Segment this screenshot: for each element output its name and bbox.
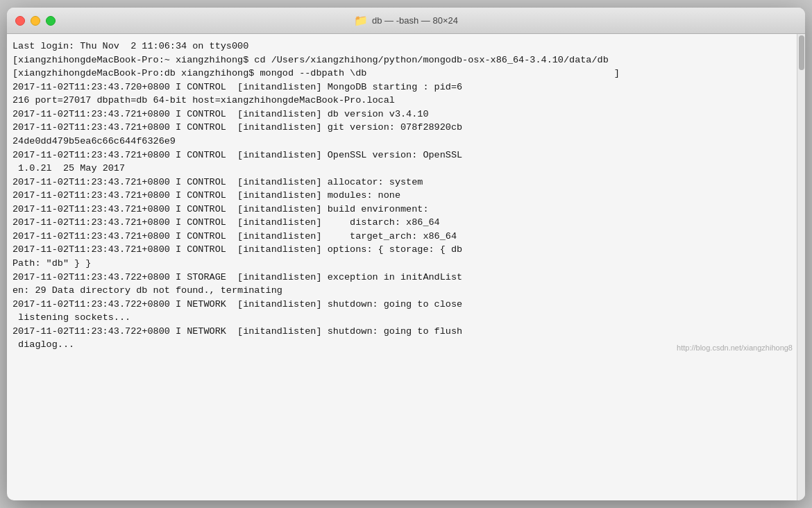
folder-icon: 📁 <box>354 14 368 27</box>
terminal-window: 📁 db — -bash — 80×24 Last login: Thu Nov… <box>7 8 805 500</box>
title-bar: 📁 db — -bash — 80×24 <box>7 8 805 34</box>
traffic-lights <box>15 16 56 26</box>
watermark: http://blog.csdn.net/xiangzhihong8 <box>677 344 793 352</box>
minimize-button[interactable] <box>31 16 40 26</box>
terminal-body[interactable]: Last login: Thu Nov 2 11:06:34 on ttys00… <box>7 34 805 357</box>
maximize-button[interactable] <box>46 16 56 26</box>
scrollbar-thumb[interactable] <box>799 35 804 70</box>
window-title: 📁 db — -bash — 80×24 <box>354 14 458 27</box>
close-button[interactable] <box>15 16 25 26</box>
terminal-output: Last login: Thu Nov 2 11:06:34 on ttys00… <box>12 40 794 352</box>
scrollbar[interactable] <box>797 34 805 500</box>
title-text: db — -bash — 80×24 <box>372 15 458 26</box>
